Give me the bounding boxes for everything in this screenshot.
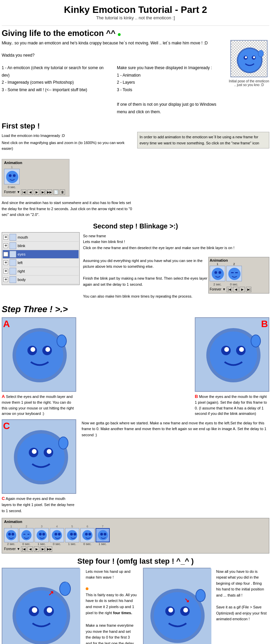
del-frame-btn[interactable]: 🗑 [60, 189, 65, 195]
s2-next[interactable]: ▶| [246, 287, 251, 292]
s2-frame-2: 2 0 sec. [226, 262, 242, 286]
step3-c-image: C [2, 419, 76, 494]
s2-prev[interactable]: ◀ [233, 287, 238, 292]
req-right-line-4: 3 - Tools [117, 86, 225, 94]
svg-point-49 [12, 533, 14, 536]
frame-1-time: 0 sec. [4, 185, 20, 189]
svg-rect-52 [27, 534, 29, 535]
second-step-row: 👁 mouth 👁 blink 👁 eyes 👁 lef [2, 232, 269, 301]
step3-b-text: B Move the eyes and the mouth to the rig… [195, 393, 269, 417]
svg-point-64 [88, 533, 91, 536]
svg-point-45 [47, 449, 51, 454]
eye-icon-eyes[interactable]: 👁 [3, 252, 8, 257]
svg-point-55 [42, 533, 45, 536]
s3-end[interactable]: ▶▶ [47, 546, 52, 552]
s3-frame-6: 6 0 sec. [80, 525, 95, 546]
emoticon-initial-caption: Initial pose of the emoticon.. just so y… [229, 79, 269, 87]
layer-row-mouth: 👁 mouth [3, 233, 79, 242]
s2-rewind[interactable]: |◀ [227, 287, 232, 292]
frame-1: 1 0 sec. [4, 165, 20, 189]
rewind-btn[interactable]: |◀ [21, 189, 26, 195]
svg-point-56 [52, 530, 62, 540]
end-btn[interactable]: ▶▶ [47, 189, 52, 195]
eye-icon-blink[interactable]: 👁 [3, 243, 8, 248]
layer-row-left: 👁 left [3, 259, 79, 267]
layer-thumb-body [9, 276, 16, 283]
req-item-3: 3 - Some time and will ! (<-- important … [2, 86, 110, 94]
layer-thumb-blink [9, 242, 16, 249]
second-step-left: 👁 mouth 👁 blink 👁 eyes 👁 lef [2, 232, 80, 285]
layer-name-mouth: mouth [18, 235, 78, 239]
s2-anim-controls[interactable]: Forever ▼ |◀ ◀ ▶ ▶| [210, 287, 268, 292]
svg-point-84 [183, 608, 188, 612]
svg-point-85 [196, 589, 205, 602]
s3-frame-1: 1 2 sec. [4, 525, 18, 546]
new-frame-btn[interactable]: 📄 [53, 189, 59, 195]
req-item-1: 1 - An emoticon (check my tutorial or se… [2, 64, 110, 79]
s3-frame-4-img [50, 528, 64, 542]
anim-controls[interactable]: Forever ▼ |◀ ◀ ▶ ▶| ▶▶ 📄 🗑 [4, 189, 67, 195]
layer-thumb-right [9, 268, 16, 275]
svg-point-46 [59, 437, 68, 449]
s3-rewind[interactable]: |◀ [21, 546, 26, 552]
step3-strip-title: Animation [4, 520, 267, 524]
svg-point-33 [210, 331, 257, 379]
svg-point-62 [82, 530, 92, 540]
first-step-right: In order to add animation to the emotico… [137, 132, 269, 148]
step3-ab-row: A A Select the eyes and the mouth layer … [2, 317, 269, 417]
step3-c-row: C C Again move the eyes and the mouth la… [2, 419, 269, 515]
svg-point-15 [13, 174, 16, 177]
layer-row-blink: 👁 blink [3, 242, 79, 250]
svg-point-19 [228, 268, 241, 280]
layer-name-body: body [18, 278, 78, 282]
step4-right-image: ↘ [143, 568, 211, 644]
eye-icon-right[interactable]: 👁 [3, 269, 8, 274]
svg-point-80 [154, 592, 201, 640]
eye-icon-mouth[interactable]: 👁 [3, 235, 8, 240]
s2-frame-1-img [210, 266, 225, 281]
s3-play[interactable]: ▶ [34, 546, 39, 552]
svg-point-36 [224, 347, 229, 352]
s2-play[interactable]: ▶ [239, 287, 245, 292]
s3-next[interactable]: ▶| [40, 546, 46, 552]
svg-point-12 [260, 50, 262, 53]
svg-rect-51 [23, 534, 25, 535]
section1-heading: Giving life to the emoticon ^^ [2, 28, 269, 38]
svg-point-48 [8, 533, 11, 536]
intro-text: Mkay.. so you made an emoticon and he's … [2, 40, 225, 119]
prev-btn[interactable]: ◀ [27, 189, 33, 195]
svg-point-66 [100, 533, 103, 536]
step3-c-label: C [3, 421, 10, 431]
play-btn[interactable]: ▶ [34, 189, 39, 195]
layer-thumb-left [9, 259, 16, 266]
s3-strip-controls[interactable]: Forever ▼ |◀ ◀ ▶ ▶| ▶▶ [4, 546, 267, 552]
svg-point-83 [168, 608, 173, 612]
step3-heading: Step Three ! >.> [2, 304, 68, 314]
svg-rect-21 [235, 272, 238, 273]
first-step-heading: First step ! [2, 122, 269, 130]
req-right-line-3: 2 - Layers [117, 79, 225, 86]
step3-a-image: A [2, 317, 76, 392]
s3-frame-5-img [65, 528, 79, 542]
svg-point-27 [30, 347, 35, 352]
next-btn[interactable]: ▶| [40, 189, 46, 195]
step4-text-1: Lets move his hand up and make him wave … [86, 569, 137, 581]
first-step-desc-1: Load the emoticon into Imageready :D [2, 133, 134, 139]
s2-frame-2-img [226, 266, 242, 281]
layer-row-right: 👁 right [3, 267, 79, 276]
second-step-desc: So new frameLets make him blink first !C… [83, 233, 269, 251]
svg-point-54 [39, 533, 42, 536]
eye-icon-left[interactable]: 👁 [3, 260, 8, 265]
svg-point-65 [98, 530, 108, 540]
forever-label: Forever [4, 190, 16, 194]
green-dot-icon [118, 33, 121, 36]
s3-frame-1-img [4, 528, 18, 542]
step3-b-image: B [195, 317, 269, 392]
step4-right-text: Now all you have to do is repeat what yo… [214, 568, 269, 623]
step3-c-col: C C Again move the eyes and the mouth la… [2, 419, 76, 515]
svg-point-57 [55, 533, 57, 536]
svg-rect-20 [231, 272, 234, 273]
s3-prev[interactable]: ◀ [27, 546, 33, 552]
req-right-line-2: 1 - Animation [117, 72, 225, 79]
eye-icon-body[interactable]: 👁 [3, 277, 8, 282]
